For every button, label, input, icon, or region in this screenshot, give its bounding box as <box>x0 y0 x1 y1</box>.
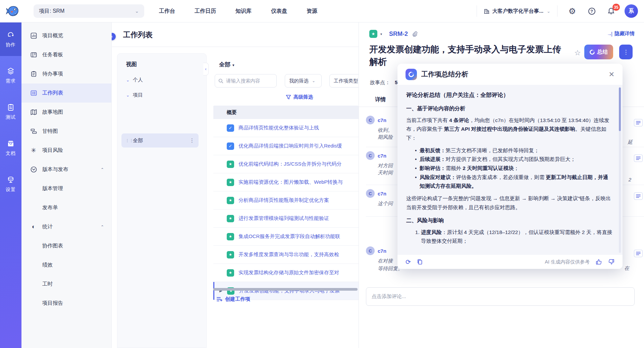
nav-item-calendar[interactable]: 工作日历 <box>195 8 216 15</box>
summary-bullet: 最初反馈：第三方文档不清晰，已发邮件等待回复； <box>415 146 612 155</box>
ai-summarize-button[interactable]: 总结 <box>584 45 613 59</box>
search-input[interactable]: 请输入搜索内容 <box>215 74 277 88</box>
worklist-pane: ‹ 工作列表 视图 ⌄ 个人 ⌄ 项目 ⋮⋮ 全部 ⋮ ‹ 全部▾ 请输入搜索内… <box>112 22 359 348</box>
create-work-item-button[interactable]: 创建工作项 <box>217 296 250 302</box>
work-item-row[interactable]: ★ 分析商品详情页性能瓶颈并制定优化方案 <box>213 191 359 210</box>
rail-item-documents[interactable]: 文档 <box>0 131 21 165</box>
advanced-filter-button[interactable]: 高级筛选 <box>286 94 313 100</box>
list-scope-dropdown[interactable]: 全部▾ <box>219 61 234 68</box>
work-item-row[interactable]: ★ 实现发票结构化存储与原始文件加密保存至对 <box>213 264 359 282</box>
org-selector[interactable]: 大客户数字化平台事... ⌄ <box>484 8 550 15</box>
views-panel: 视图 ⌄ 个人 ⌄ 项目 ⋮⋮ 全部 ⋮ <box>117 53 207 348</box>
view-more-menu-icon[interactable]: ⋮ <box>190 137 195 143</box>
comment-action-icon[interactable] <box>634 119 643 126</box>
more-actions-button[interactable]: ⋮ <box>619 45 633 59</box>
view-item-all[interactable]: ⋮⋮ 全部 ⋮ <box>121 133 199 148</box>
sidebar-item-work-list[interactable]: 工作列表 <box>21 83 111 103</box>
work-item-row[interactable]: ★ 进行发票管理模块端到端测试与性能验证 <box>213 210 359 228</box>
release-icon <box>30 166 37 173</box>
ai-disclaimer: AI 生成内容仅供参考 <box>545 259 590 265</box>
modal-header: 工作项总结分析 ✕ <box>397 64 623 85</box>
search-placeholder: 请输入搜索内容 <box>226 78 260 84</box>
views-panel-title: 视图 <box>126 61 206 68</box>
paperclip-link-icon[interactable] <box>412 31 418 37</box>
chevron-down-icon: ⌄ <box>547 9 550 14</box>
sidebar-item-story-map[interactable]: 故事地图 <box>21 103 111 122</box>
thumbs-down-icon[interactable] <box>608 259 614 265</box>
nav-item-workbench[interactable]: 工作台 <box>159 8 175 15</box>
work-item-row[interactable]: ★ 集成OCR服务并完成发票字段自动解析功能联 <box>213 228 359 246</box>
horizontal-scrollbar[interactable] <box>213 288 358 291</box>
work-item-row[interactable]: ★ 优化前端代码结构：JS/CSS合并拆分与代码分 <box>213 155 359 173</box>
asterisk-risk-icon: ✳ <box>30 147 37 154</box>
summary-numbered-item: 进度风险：原计划 4 天完成（12/18–12/22），但认证模块重写需额外 2… <box>421 228 612 246</box>
hide-details-button[interactable]: →| 隐藏详情 <box>607 31 635 37</box>
user-story-icon[interactable]: ★ <box>369 30 377 38</box>
sidebar-item-collab-charts[interactable]: 协作图表 <box>21 236 111 255</box>
comment-action-icon[interactable] <box>634 155 643 162</box>
sidebar-item-overview[interactable]: 项目概览 <box>21 26 111 45</box>
rail-item-settings[interactable]: 设置 <box>0 167 21 201</box>
ai-summary-modal: 工作项总结分析 ✕ 评论分析总结（用户关注点：全部评论） 一、基于评论内容的分析… <box>397 64 623 269</box>
nav-item-resources[interactable]: 资源 <box>307 8 317 15</box>
views-group-personal[interactable]: ⌄ 个人 <box>126 77 206 83</box>
user-story-icon: ★ <box>227 215 234 222</box>
favorite-star-icon[interactable]: ☆ <box>574 49 581 57</box>
comment-action-icon[interactable] <box>634 192 643 200</box>
sidebar-item-version-mgmt[interactable]: 版本管理 <box>21 179 111 198</box>
nav-item-dashboard[interactable]: 仪表盘 <box>271 8 287 15</box>
sidebar-item-todo[interactable]: 待办事项 <box>21 64 111 83</box>
modal-footer: ⟳ AI 生成内容仅供参考 <box>397 255 623 269</box>
modal-scrollbar-thumb[interactable] <box>619 88 621 131</box>
top-navigation: 工作台 工作日历 知识库 仪表盘 资源 <box>159 8 317 15</box>
sidebar-item-workhours[interactable]: 工时 <box>21 275 111 294</box>
triangle-down-icon[interactable]: ▾ <box>380 32 382 36</box>
my-filter-dropdown[interactable]: 我的筛选 ⌄ <box>285 74 322 88</box>
rail-item-collaboration[interactable]: 协作 <box>0 22 21 56</box>
add-comment-input[interactable]: 点击添加评论... <box>366 287 635 306</box>
chevron-up-icon[interactable]: ⌃ <box>101 167 104 172</box>
chevron-down-icon: ⌄ <box>126 93 129 98</box>
work-item-row[interactable]: ✓ 优化商品详情后端接口响应时间并引入Redis缓 <box>213 137 359 155</box>
notification-bell-icon[interactable]: 35 <box>604 4 618 18</box>
project-selector[interactable]: 项目: SRM ⌄ <box>34 4 144 18</box>
sidebar-item-risk[interactable]: ✳ 项目风险 <box>21 141 111 160</box>
rail-item-requirements[interactable]: 需求 <box>0 59 21 92</box>
thumbs-up-icon[interactable] <box>596 259 602 265</box>
sidebar-item-gantt[interactable]: 甘特图 <box>21 122 111 141</box>
work-item-row[interactable]: ★ 实施前端资源优化：图片懒加载、WebP转换与 <box>213 173 359 191</box>
chevron-up-icon[interactable]: ⌃ <box>101 225 104 229</box>
user-avatar[interactable]: 系 <box>625 4 638 18</box>
settings-console-icon <box>7 176 15 184</box>
sidebar-item-project-report[interactable]: 项目报告 <box>21 294 111 313</box>
sidebar-item-task-board[interactable]: 任务看板 <box>21 45 111 64</box>
work-item-row[interactable]: ✓ 商品详情页性能优化整体验证与上线 <box>213 119 359 137</box>
sidebar-item-statistics[interactable]: ◐ 统计 ⌃ <box>21 217 111 236</box>
comment-action-icon[interactable] <box>634 250 643 257</box>
summary-section-2: 二、风险与影响 <box>406 216 612 225</box>
tab-detail[interactable]: 详情 <box>375 96 386 103</box>
drag-handle-icon[interactable]: ⋮⋮ <box>125 140 130 141</box>
ai-swirl-icon <box>408 70 415 78</box>
rail-item-testing[interactable]: 测试 <box>0 95 21 128</box>
avatar: C <box>366 189 375 198</box>
views-group-project[interactable]: ⌄ 项目 <box>126 92 206 98</box>
settings-gear-icon[interactable]: ⚙ <box>566 4 579 18</box>
regenerate-icon[interactable]: ⟳ <box>406 258 411 266</box>
issue-key-link[interactable]: SRM-2 <box>389 31 408 38</box>
app-logo-icon[interactable] <box>5 4 19 18</box>
gantt-icon <box>30 128 37 135</box>
views-collapse-handle[interactable]: ‹ <box>203 63 209 75</box>
nav-item-wiki[interactable]: 知识库 <box>235 8 252 15</box>
user-story-icon: ★ <box>227 161 234 168</box>
copy-icon[interactable] <box>417 259 423 265</box>
sidebar-item-version-release[interactable]: 版本与发布 ⌃ <box>21 160 111 179</box>
ai-app-icon <box>406 69 417 80</box>
sidebar-item-release-order[interactable]: 发布单 <box>21 198 111 217</box>
work-item-row[interactable]: ★ 开发多维度发票查询与导出功能，支持高效检 <box>213 246 359 264</box>
sidebar-item-performance[interactable]: 绩效 <box>21 255 111 275</box>
pie-stats-icon: ◐ <box>30 224 37 230</box>
help-icon[interactable]: ? <box>585 4 598 18</box>
close-icon[interactable]: ✕ <box>608 70 614 78</box>
summary-paragraph: 当前工作项下共有 4 条评论，均由您（c7n）在短时间内（13:54:10 至 … <box>406 116 612 143</box>
